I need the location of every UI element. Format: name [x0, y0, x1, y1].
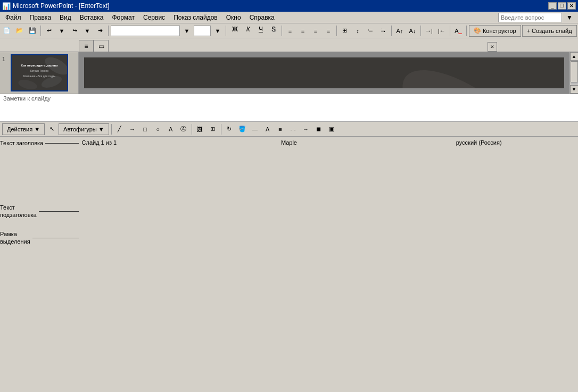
rect-tool[interactable]: □: [139, 123, 151, 135]
indent-increase-btn[interactable]: →|: [423, 25, 435, 37]
subtitle-annotation-line: [39, 211, 79, 212]
oval-tool[interactable]: ○: [152, 123, 164, 135]
underline-button[interactable]: Ч: [255, 25, 267, 37]
align-left-btn[interactable]: ≡: [284, 25, 296, 37]
open-btn[interactable]: 📂: [14, 25, 26, 37]
shadow-style-btn[interactable]: ◼: [313, 123, 325, 135]
numbering-btn[interactable]: ≒: [377, 25, 389, 37]
panel-close-button[interactable]: ✕: [488, 42, 497, 52]
arrow-tool[interactable]: →: [127, 123, 138, 135]
align-right-btn[interactable]: ≡: [310, 25, 321, 37]
slide-info: Слайд 1 из 1: [4, 139, 194, 146]
vertical-scrollbar[interactable]: ▲ ▼: [569, 52, 578, 94]
menu-file[interactable]: Файл: [2, 13, 24, 22]
italic-button[interactable]: К: [243, 25, 254, 37]
menu-insert[interactable]: Вставка: [77, 13, 107, 22]
font-name-input[interactable]: Times New Roman: [111, 26, 180, 36]
close-button[interactable]: ✕: [567, 2, 576, 10]
scroll-down-button[interactable]: ▼: [570, 85, 579, 94]
menu-window[interactable]: Окно: [223, 13, 244, 22]
decrease-font-btn[interactable]: A↓: [407, 25, 418, 37]
new-btn[interactable]: 📄: [1, 25, 13, 37]
actions-button[interactable]: Действия ▼: [2, 123, 45, 135]
3d-style-btn[interactable]: ▣: [326, 123, 337, 135]
sep3: [226, 26, 226, 36]
subtitle-annotation-label: Текст подзаголовка: [0, 204, 37, 219]
wordart-tool[interactable]: Ⓐ: [178, 123, 189, 135]
canvas-wrapper: Текст заголовка Текст подзаголовка Рамка…: [79, 52, 578, 94]
restore-button[interactable]: ❐: [558, 2, 566, 10]
app-title-text: Microsoft PowerPoint - [EnterText]: [13, 2, 109, 10]
sep4: [282, 26, 282, 36]
canvas-area: Как пересадить дерево Кэтрин Тернер Комп…: [79, 52, 569, 94]
menu-format[interactable]: Формат: [109, 13, 138, 22]
fill-color-btn[interactable]: 🪣: [236, 123, 248, 135]
notes-panel: Заметки к слайду: [0, 94, 578, 121]
font-size-input[interactable]: 32: [194, 26, 211, 36]
font-size-dropdown[interactable]: ▼: [212, 25, 224, 37]
menu-slideshow[interactable]: Показ слайдов: [170, 13, 221, 22]
frame-annotation: Рамка выделения: [0, 230, 79, 246]
help-input[interactable]: [498, 13, 562, 22]
shadow-button[interactable]: S: [268, 25, 279, 37]
indent-decrease-btn[interactable]: |←: [436, 25, 448, 37]
sep6: [391, 26, 392, 36]
menu-bar: Файл Правка Вид Вставка Формат Сервис По…: [0, 12, 578, 23]
font-color-btn[interactable]: A_: [452, 25, 464, 37]
tab-outline[interactable]: ≡: [79, 40, 94, 52]
bullets-btn[interactable]: ≔: [365, 25, 376, 37]
undo-btn[interactable]: ↩: [43, 25, 55, 37]
menu-view[interactable]: Вид: [56, 13, 75, 22]
redo-btn[interactable]: ↪: [69, 25, 80, 37]
scroll-up-button[interactable]: ▲: [570, 52, 579, 61]
autoshapes-button[interactable]: Автофигуры ▼: [59, 123, 109, 135]
dash-style-btn[interactable]: - -: [287, 123, 299, 135]
redo-dropdown[interactable]: ▼: [81, 25, 93, 37]
distribute-btn[interactable]: ⊞: [339, 25, 351, 37]
undo-dropdown[interactable]: ▼: [56, 25, 68, 37]
font-color-draw-btn[interactable]: A: [262, 123, 274, 135]
font-name-dropdown[interactable]: ▼: [181, 25, 193, 37]
theme-info: Maple: [194, 139, 384, 146]
select-arrow-btn[interactable]: ↖: [46, 123, 57, 135]
menu-edit[interactable]: Правка: [27, 13, 55, 22]
arrow-btn[interactable]: ➜: [94, 25, 106, 37]
increase-font-btn[interactable]: A↑: [394, 25, 406, 37]
design-button[interactable]: 🎨 Конструктор: [469, 25, 521, 37]
app-title: 📊 Microsoft PowerPoint - [EnterText]: [2, 2, 548, 10]
sep5: [336, 26, 337, 36]
new-slide-icon: +: [527, 28, 530, 34]
scroll-thumb[interactable]: [571, 61, 578, 82]
justify-btn[interactable]: ≡: [323, 25, 334, 37]
thumb-sub2: Компания «Все для сада»: [12, 74, 67, 78]
insert-org-tool[interactable]: ⊞: [207, 123, 219, 135]
line-tool[interactable]: ╱: [114, 123, 126, 135]
minimize-button[interactable]: _: [548, 2, 557, 10]
slide-thumb-image[interactable]: Как пересадить дерево Кэтрин Тернер Комп…: [11, 54, 68, 91]
slide-title-text[interactable]: Как пересадить дерево: [84, 84, 564, 88]
slide-canvas[interactable]: Как пересадить дерево Кэтрин Тернер Комп…: [84, 57, 564, 88]
window-controls[interactable]: _ ❐ ✕: [548, 2, 576, 10]
help-search-icon[interactable]: ▼: [563, 13, 576, 22]
insert-pic-tool[interactable]: 🖼: [194, 123, 206, 135]
menu-help[interactable]: Справка: [246, 13, 278, 22]
textbox-tool[interactable]: A: [165, 123, 177, 135]
line-spacing-btn[interactable]: ↕: [352, 25, 364, 37]
arrow-style-btn[interactable]: →: [300, 123, 312, 135]
line-color-btn[interactable]: —: [249, 123, 261, 135]
new-slide-button[interactable]: + Создать слайд: [522, 25, 577, 37]
subtitle-annotation: Текст подзаголовка: [0, 204, 79, 219]
slide-thumbnail-1[interactable]: 1 Как пересадить дерево Кэтрин Тернер Ко…: [2, 54, 76, 91]
save-btn[interactable]: 💾: [27, 25, 38, 37]
bold-button[interactable]: Ж: [228, 25, 242, 37]
rotate-tool[interactable]: ↻: [224, 123, 235, 135]
line-style-btn[interactable]: ≡: [275, 123, 286, 135]
align-center-btn[interactable]: ≡: [297, 25, 309, 37]
tab-slides[interactable]: ▭: [94, 40, 109, 52]
menu-service[interactable]: Сервис: [140, 13, 168, 22]
design-icon: 🎨: [474, 27, 481, 34]
scroll-track[interactable]: [571, 61, 578, 85]
draw-sep3: [221, 124, 221, 135]
slide-number: 1: [2, 56, 9, 62]
drawing-toolbar: Действия ▼ ↖ Автофигуры ▼ ╱ → □ ○ A Ⓐ 🖼 …: [0, 121, 578, 136]
